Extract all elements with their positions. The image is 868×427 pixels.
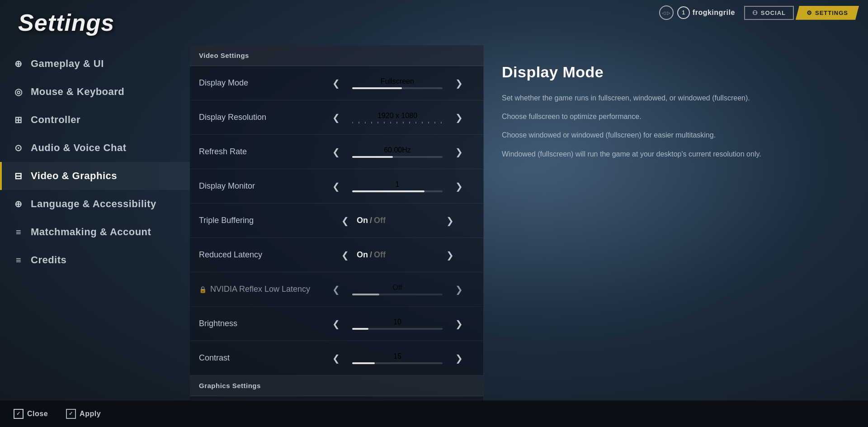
detail-paragraph-0: Set whether the game runs in fullscreen,…: [502, 92, 850, 104]
social-button[interactable]: ⚇ SOCIAL: [744, 6, 794, 20]
user-info: 1 frogkingrile: [677, 6, 735, 19]
sidebar-label-language-accessibility: Language & Accessibility: [31, 198, 156, 210]
sidebar-label-credits: Credits: [31, 254, 66, 266]
setting-control-nvidia-reflex: ❮ Off ❯: [321, 282, 474, 297]
setting-control-display-mode: ❮ Fullscreen ❯: [321, 76, 474, 90]
setting-control-display-resolution: ❮ 1920 x 1080 ❯: [321, 110, 474, 125]
setting-row-contrast: Contrast ❮ 15 ❯: [190, 341, 483, 375]
slider-nvidia-reflex[interactable]: [352, 294, 443, 295]
detail-title: Display Mode: [502, 63, 850, 81]
arrow-right-contrast[interactable]: ❯: [452, 351, 466, 365]
setting-label-refresh-rate: Refresh Rate: [199, 147, 321, 157]
arrow-left-refresh-rate[interactable]: ❮: [329, 145, 343, 159]
arrow-left-triple-buffering[interactable]: ❮: [338, 214, 352, 228]
detail-paragraph-1: Choose fullscreen to optimize performanc…: [502, 110, 850, 123]
sidebar-icon-language-accessibility: ⊕: [13, 199, 24, 209]
lock-icon: 🔒: [199, 286, 207, 293]
setting-row-triple-buffering: Triple Buffering ❮ On / Off ❯: [190, 204, 483, 238]
sidebar-item-gameplay-ui[interactable]: ⊕ Gameplay & UI: [0, 50, 190, 78]
setting-value-contrast: 15: [348, 352, 447, 364]
setting-row-display-mode: Display Mode ❮ Fullscreen ❯: [190, 66, 483, 100]
close-icon: ✓: [14, 409, 24, 419]
setting-control-reduced-latency: ❮ On / Off ❯: [321, 248, 474, 262]
setting-control-display-monitor: ❮ 1 ❯: [321, 179, 474, 194]
setting-value-nvidia-reflex: Off: [348, 284, 447, 295]
sidebar-item-audio-voice-chat[interactable]: ⊙ Audio & Voice Chat: [0, 134, 190, 162]
toggle-on-triple-buffering: On: [357, 216, 368, 225]
slider-refresh-rate[interactable]: [352, 156, 443, 158]
sidebar-label-matchmaking-account: Matchmaking & Account: [31, 226, 151, 238]
top-bar: ◁ ▷ 1 frogkingrile ⚇ SOCIAL ⚙ SETTINGS: [650, 0, 868, 25]
toggle-off-reduced-latency: Off: [374, 250, 386, 260]
sidebar-item-matchmaking-account[interactable]: ≡ Matchmaking & Account: [0, 218, 190, 246]
arrow-left-display-mode[interactable]: ❮: [329, 76, 343, 90]
arrow-right-refresh-rate[interactable]: ❯: [452, 145, 466, 159]
social-icon: ⚇: [752, 9, 758, 16]
slider-brightness[interactable]: [352, 328, 443, 330]
slider-contrast[interactable]: [352, 362, 443, 364]
arrow-left-nvidia-reflex[interactable]: ❮: [329, 282, 343, 297]
apply-button[interactable]: ✓ Apply: [66, 409, 101, 419]
page-title: Settings: [18, 9, 114, 36]
main-container: ⊕ Gameplay & UI ◎ Mouse & Keyboard ⊞ Con…: [0, 45, 868, 427]
sidebar-item-credits[interactable]: ≡ Credits: [0, 246, 190, 274]
setting-row-nvidia-reflex: 🔒 NVIDIA Reflex Low Latency ❮ Off ❯: [190, 272, 483, 307]
arrow-right-nvidia-reflex[interactable]: ❯: [452, 282, 466, 297]
setting-value-display-monitor: 1: [348, 180, 447, 192]
media-controls-icon[interactable]: ◁ ▷: [659, 5, 674, 20]
content-panel: Video Settings Display Mode ❮ Fullscreen…: [190, 45, 484, 427]
settings-button[interactable]: ⚙ SETTINGS: [796, 6, 859, 20]
toggle-on-reduced-latency: On: [357, 250, 368, 260]
toggle-off-triple-buffering: Off: [374, 216, 386, 225]
section-header: Video Settings: [190, 45, 483, 66]
setting-row-display-monitor: Display Monitor ❮ 1 ❯: [190, 169, 483, 204]
setting-label-triple-buffering: Triple Buffering: [199, 216, 321, 225]
gear-icon: ⚙: [807, 9, 812, 16]
setting-control-refresh-rate: ❮ 60.00Hz ❯: [321, 145, 474, 159]
arrow-right-brightness[interactable]: ❯: [452, 317, 466, 331]
arrow-left-reduced-latency[interactable]: ❮: [338, 248, 352, 262]
arrow-left-brightness[interactable]: ❮: [329, 317, 343, 331]
sidebar-icon-gameplay-ui: ⊕: [13, 58, 24, 69]
setting-label-contrast: Contrast: [199, 353, 321, 363]
arrow-left-display-monitor[interactable]: ❮: [329, 179, 343, 194]
arrow-right-triple-buffering[interactable]: ❯: [443, 214, 457, 228]
detail-paragraph-3: Windowed (fullscreen) will run the game …: [502, 148, 850, 160]
slider-display-mode[interactable]: [352, 87, 443, 89]
sidebar-icon-controller: ⊞: [13, 114, 24, 125]
arrow-right-reduced-latency[interactable]: ❯: [443, 248, 457, 262]
sidebar-icon-matchmaking-account: ≡: [13, 227, 24, 237]
setting-value-display-mode: Fullscreen: [348, 77, 447, 89]
setting-label-reduced-latency: Reduced Latency: [199, 250, 321, 260]
setting-label-display-monitor: Display Monitor: [199, 181, 321, 191]
arrow-right-display-resolution[interactable]: ❯: [452, 110, 466, 125]
sidebar-label-audio-voice-chat: Audio & Voice Chat: [31, 142, 127, 154]
setting-row-brightness: Brightness ❮ 10 ❯: [190, 307, 483, 341]
close-button[interactable]: ✓ Close: [14, 409, 48, 419]
sidebar-item-language-accessibility[interactable]: ⊕ Language & Accessibility: [0, 190, 190, 218]
setting-row-display-resolution: Display Resolution ❮ 1920 x 1080 ❯: [190, 100, 483, 135]
sidebar-item-video-graphics[interactable]: ⊟ Video & Graphics: [0, 162, 190, 190]
sidebar-icon-audio-voice-chat: ⊙: [13, 142, 24, 153]
setting-value-brightness: 10: [348, 318, 447, 330]
apply-icon: ✓: [66, 409, 76, 419]
top-nav: ⚇ SOCIAL ⚙ SETTINGS: [744, 6, 859, 20]
setting-value-display-resolution: 1920 x 1080: [348, 112, 447, 123]
username: frogkingrile: [693, 9, 735, 17]
setting-control-brightness: ❮ 10 ❯: [321, 317, 474, 331]
arrow-left-display-resolution[interactable]: ❮: [329, 110, 343, 125]
graphics-section-header: Graphics Settings: [190, 375, 483, 396]
sidebar-item-mouse-keyboard[interactable]: ◎ Mouse & Keyboard: [0, 78, 190, 106]
detail-panel: Display Mode Set whether the game runs i…: [484, 45, 868, 427]
sidebar-icon-mouse-keyboard: ◎: [13, 86, 24, 97]
arrow-left-contrast[interactable]: ❮: [329, 351, 343, 365]
setting-label-brightness: Brightness: [199, 319, 321, 328]
user-level: 1: [677, 6, 690, 19]
detail-paragraph-2: Choose windowed or windowed (fullscreen)…: [502, 129, 850, 141]
sidebar-label-mouse-keyboard: Mouse & Keyboard: [31, 86, 124, 98]
slider-display-monitor[interactable]: [352, 190, 443, 192]
arrow-right-display-mode[interactable]: ❯: [452, 76, 466, 90]
arrow-right-display-monitor[interactable]: ❯: [452, 179, 466, 194]
sidebar-item-controller[interactable]: ⊞ Controller: [0, 106, 190, 134]
setting-value-triple-buffering: On / Off: [357, 216, 438, 225]
